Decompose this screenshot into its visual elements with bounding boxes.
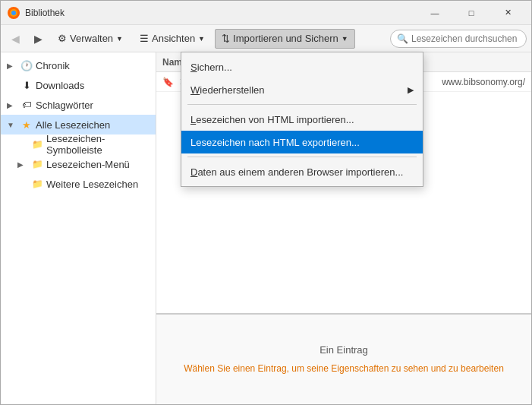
importieren-label: Importieren und Sichern xyxy=(233,33,338,44)
menu-item-exportieren-html[interactable]: Lesezeichen nach HTML exportieren... xyxy=(181,131,423,153)
maximize-button[interactable]: □ xyxy=(454,1,489,25)
sidebar-item-alle-lesezeichen[interactable]: ▼ ★ Alle Lesezeichen xyxy=(1,115,156,134)
ansichten-dropdown-icon: ▼ xyxy=(198,35,205,43)
minimize-button[interactable]: — xyxy=(417,1,452,25)
sidebar-item-label: Lesezeichen-Menü xyxy=(46,159,130,170)
verwalten-menu-button[interactable]: ⚙ Verwalten ▼ xyxy=(51,29,130,49)
ansichten-menu-button[interactable]: ☰ Ansichten ▼ xyxy=(133,29,212,49)
menu-item-label: Daten aus einem anderen Browser importie… xyxy=(190,166,403,178)
svg-point-2 xyxy=(11,11,16,15)
sidebar-item-lesezeichen-menue[interactable]: ▶ 📁 Lesezeichen-Menü xyxy=(1,154,156,174)
titlebar: Bibliothek — □ ✕ xyxy=(1,1,531,25)
bookmark-folder-icon: 📁 xyxy=(31,138,43,150)
toolbar: ◀ ▶ ⚙ Verwalten ▼ ☰ Ansichten ▼ ⇅ Import… xyxy=(1,25,531,52)
expand-icon: ▶ xyxy=(17,160,28,169)
import-icon: ⇅ xyxy=(222,33,230,44)
submenu-arrow-icon: ▶ xyxy=(408,85,414,95)
verwalten-label: Verwalten xyxy=(70,33,113,44)
bookmark-icon: 🔖 xyxy=(162,77,175,87)
sidebar-item-label: Weitere Lesezeichen xyxy=(46,179,138,190)
search-input[interactable] xyxy=(411,33,520,44)
gear-icon: ⚙ xyxy=(58,33,67,44)
sidebar: ▶ 🕐 Chronik ⬇ Downloads ▶ 🏷 Schlagwörter… xyxy=(1,52,156,404)
sidebar-item-chronik[interactable]: ▶ 🕐 Chronik xyxy=(1,55,156,75)
list-icon: ☰ xyxy=(140,33,149,44)
menu-item-label: Lesezeichen nach HTML exportieren... xyxy=(190,137,360,148)
importieren-dropdown-icon: ▼ xyxy=(342,35,348,43)
sidebar-item-weitere-lesezeichen[interactable]: 📁 Weitere Lesezeichen xyxy=(1,174,156,194)
menu-item-browser-importieren[interactable]: Daten aus einem anderen Browser importie… xyxy=(181,160,423,183)
star-icon: ★ xyxy=(20,119,33,131)
importieren-menu-button[interactable]: ⇅ Importieren und Sichern ▼ xyxy=(215,29,355,49)
menu-separator-1 xyxy=(187,104,417,105)
bottom-panel: Ein Eintrag Wählen Sie einen Eintrag, um… xyxy=(156,313,531,404)
download-icon: ⬇ xyxy=(20,79,33,91)
verwalten-dropdown-icon: ▼ xyxy=(116,35,123,43)
app-icon xyxy=(7,6,20,20)
bottom-title: Ein Eintrag xyxy=(320,344,368,356)
sidebar-item-downloads[interactable]: ⬇ Downloads xyxy=(1,75,156,95)
clock-icon: 🕐 xyxy=(20,59,33,71)
search-icon: 🔍 xyxy=(397,33,408,44)
sidebar-item-schlagwoerter[interactable]: ▶ 🏷 Schlagwörter xyxy=(1,95,156,115)
expand-icon: ▶ xyxy=(7,101,17,109)
expand-icon-down: ▼ xyxy=(7,121,17,129)
bookmark-folder-icon: 📁 xyxy=(31,158,43,170)
sidebar-item-label: Chronik xyxy=(36,60,70,71)
main-window: Bibliothek — □ ✕ ◀ ▶ ⚙ Verwalten ▼ ☰ Ans… xyxy=(0,0,532,405)
menu-item-label: Lesezeichen von HTML importieren... xyxy=(190,114,354,125)
back-button[interactable]: ◀ xyxy=(5,29,25,49)
sidebar-item-label: Alle Lesezeichen xyxy=(36,119,110,131)
expand-icon: ▶ xyxy=(7,62,17,70)
sidebar-item-lesezeichen-symbolleiste[interactable]: 📁 Lesezeichen-Symbolleiste xyxy=(1,134,156,154)
forward-button[interactable]: ▶ xyxy=(28,29,48,49)
menu-item-label: Sichern... xyxy=(190,62,232,73)
bookmark-folder-icon: 📁 xyxy=(31,178,43,190)
ansichten-label: Ansichten xyxy=(152,33,195,44)
window-controls: — □ ✕ xyxy=(417,1,525,25)
dropdown-menu: Sichern... Wiederherstellen ▶ Lesezeiche… xyxy=(181,52,423,187)
menu-separator-2 xyxy=(187,157,417,157)
close-button[interactable]: ✕ xyxy=(490,1,525,25)
sidebar-item-label: Lesezeichen-Symbolleiste xyxy=(46,133,150,156)
search-box[interactable]: 🔍 xyxy=(390,30,527,48)
sidebar-item-label: Downloads xyxy=(36,80,84,91)
window-title: Bibliothek xyxy=(25,8,417,18)
menu-item-importieren-html[interactable]: Lesezeichen von HTML importieren... xyxy=(181,108,423,131)
menu-item-label: Wiederherstellen xyxy=(190,84,265,96)
menu-item-sichern[interactable]: Sichern... xyxy=(181,55,423,78)
menu-item-wiederherstellen[interactable]: Wiederherstellen ▶ xyxy=(181,78,423,101)
bottom-description: Wählen Sie einen Eintrag, um seine Eigen… xyxy=(184,362,504,375)
row-url: www.bibsonomy.org/ xyxy=(442,77,525,87)
tag-icon: 🏷 xyxy=(20,99,33,111)
sidebar-item-label: Schlagwörter xyxy=(36,100,93,111)
